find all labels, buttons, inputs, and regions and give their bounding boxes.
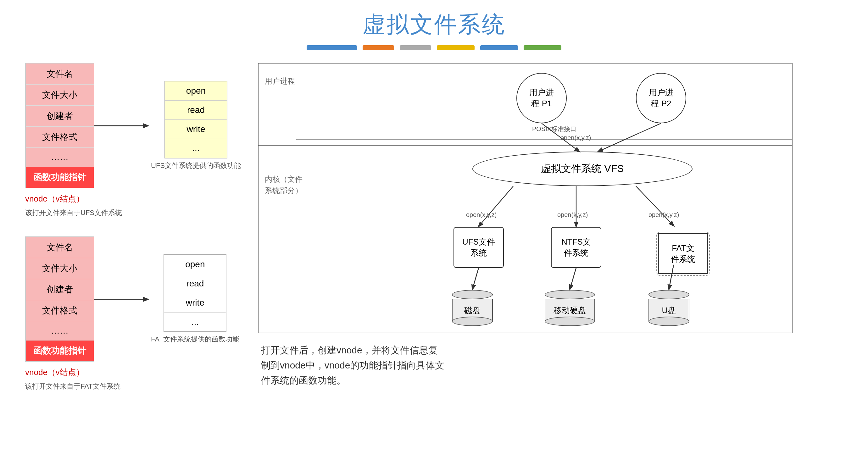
vfs-diagram: 用户进程 内核（文件系统部分） POSIX标准接口 open(x,y,z) 用户… <box>258 63 793 333</box>
func-row-write-2: write <box>164 293 226 313</box>
vnode-row-dots-1: …… <box>26 148 94 167</box>
vfs-ellipse: 虚拟文件系统 VFS <box>472 152 692 186</box>
vnode-sublabel-2: 该打开文件来自于FAT文件系统 <box>25 382 120 391</box>
vnode-row-creator-2: 创建者 <box>26 279 94 300</box>
func-label-2: FAT文件系统提供的函数功能 <box>151 335 239 344</box>
svg-marker-3 <box>143 297 149 302</box>
vnode-row-filesize-1: 文件大小 <box>26 85 94 106</box>
open-label-fat: open(x,y,z) <box>649 211 679 219</box>
posix-label: POSIX标准接口 <box>532 125 577 133</box>
vnode-row-filename-1: 文件名 <box>26 64 94 85</box>
svg-line-12 <box>570 268 576 289</box>
color-bar <box>0 45 868 50</box>
vnode-label-2: vnode（v结点） <box>25 367 84 378</box>
page-title: 虚拟文件系统 <box>0 0 868 40</box>
func-row-dots-2: ... <box>164 313 226 331</box>
user-proc-2: 用户进程 P2 <box>636 73 686 123</box>
ntfs-box: NTFS文件系统 <box>551 227 601 268</box>
func-row-dots-1: ... <box>165 139 227 158</box>
vnode-row-format-1: 文件格式 <box>26 127 94 148</box>
vnode-arrow-1 <box>94 120 151 132</box>
user-process-label: 用户进程 <box>265 76 295 86</box>
vnode-table-1: 文件名 文件大小 创建者 文件格式 …… 函数功能指针 <box>25 63 94 188</box>
vnode-row-creator-1: 创建者 <box>26 106 94 127</box>
func-table-2: open read write ... <box>163 254 226 332</box>
func-label-1: UFS文件系统提供的函数功能 <box>151 161 241 170</box>
func-row-read-1: read <box>165 101 227 120</box>
func-row-read-2: read <box>164 274 226 293</box>
vnode-row-funcptr-2: 函数功能指针 <box>26 341 94 361</box>
svg-line-11 <box>570 268 576 289</box>
disk-3: U盘 <box>649 290 689 326</box>
func-row-open-1: open <box>165 82 227 101</box>
vnode-row-funcptr-1: 函数功能指针 <box>26 167 94 188</box>
svg-line-6 <box>479 186 513 226</box>
ufs-box: UFS文件系统 <box>454 227 504 268</box>
vnode-label-1: vnode（v结点） <box>25 193 84 204</box>
func-row-write-1: write <box>165 120 227 139</box>
svg-line-9 <box>472 268 479 289</box>
svg-line-8 <box>636 186 674 226</box>
open-label-ntfs: open(k,y,z) <box>557 211 588 219</box>
svg-line-10 <box>472 268 479 289</box>
vnode-arrow-2 <box>94 293 151 306</box>
vnode-row-filename-2: 文件名 <box>26 237 94 258</box>
kernel-label: 内核（文件系统部分） <box>265 173 303 196</box>
fat-box: FAT文件系统 <box>658 233 708 274</box>
user-proc-1: 用户进程 P1 <box>517 73 567 123</box>
bottom-text: 打开文件后，创建vnode，并将文件信息复 制到vnode中，vnode的功能指… <box>258 343 761 388</box>
open-label-posix: open(x,y,z) <box>560 134 591 141</box>
svg-marker-1 <box>143 123 149 128</box>
vnode-row-filesize-2: 文件大小 <box>26 258 94 279</box>
open-label-ufs: open(x,y,z) <box>466 211 497 219</box>
h-divider-1 <box>296 139 792 139</box>
vnode-table-2: 文件名 文件大小 创建者 文件格式 …… 函数功能指针 <box>25 236 94 362</box>
svg-line-5 <box>598 123 661 152</box>
h-divider-2 <box>258 145 792 146</box>
disk-1: 磁盘 <box>452 290 493 326</box>
vnode-section-1: 文件名 文件大小 创建者 文件格式 …… 函数功能指针 <box>25 63 245 218</box>
vnode-sublabel-1: 该打开文件来自于UFS文件系统 <box>25 208 122 218</box>
func-row-open-2: open <box>164 255 226 274</box>
vnode-row-format-2: 文件格式 <box>26 300 94 321</box>
disk-2: 移动硬盘 <box>545 290 595 326</box>
func-table-1: open read write ... <box>164 81 227 158</box>
vnode-row-dots-2: …… <box>26 321 94 341</box>
vnode-section-2: 文件名 文件大小 创建者 文件格式 …… 函数功能指针 <box>25 236 245 391</box>
